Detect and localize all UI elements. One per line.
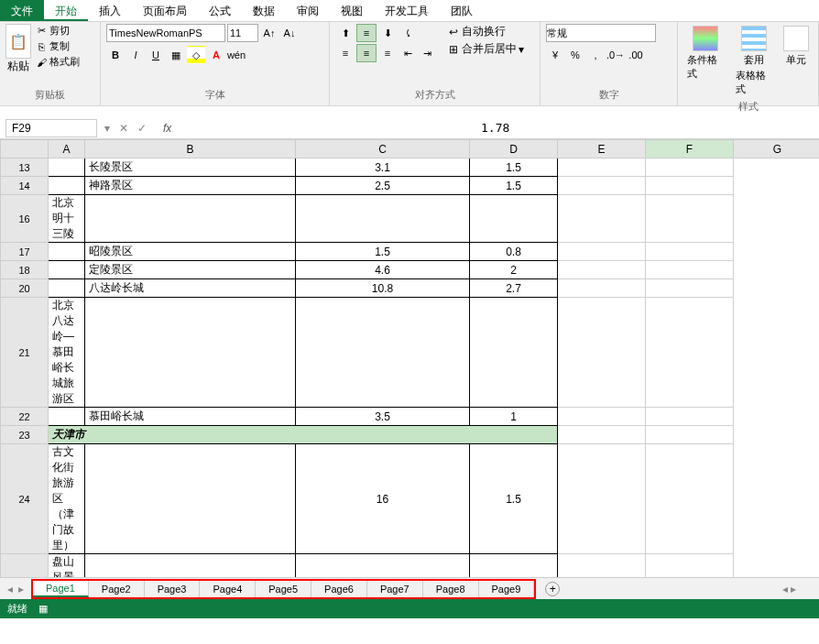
cell-G21[interactable]: [558, 298, 646, 408]
fill-color-button[interactable]: ◇: [187, 46, 205, 64]
cell-H14[interactable]: [646, 177, 734, 195]
cell-D14[interactable]: 神路景区: [85, 177, 296, 195]
row-header[interactable]: 21: [1, 298, 49, 408]
align-right-button[interactable]: ≡: [377, 44, 398, 62]
cell-H20[interactable]: [646, 279, 734, 298]
sheet-tab-Page3[interactable]: Page3: [145, 581, 201, 597]
merge-button[interactable]: ⊞合并后居中 ▾: [447, 41, 524, 57]
cell-E13[interactable]: 3.1: [296, 158, 470, 177]
menu-tab-开始[interactable]: 开始: [44, 0, 88, 21]
bold-button[interactable]: B: [106, 46, 125, 64]
cell-G20[interactable]: [558, 279, 646, 298]
cell-C22[interactable]: [49, 408, 85, 426]
col-header-D[interactable]: D: [470, 140, 558, 158]
sheet-tab-Page8[interactable]: Page8: [423, 581, 479, 597]
cell-G24[interactable]: [558, 444, 646, 554]
increase-font-button[interactable]: A↑: [260, 24, 278, 42]
row-header[interactable]: 23: [1, 426, 49, 444]
cell-C21[interactable]: 北京八达岭—慕田峪长城旅游区: [49, 298, 85, 408]
table-format-button[interactable]: 套用 表格格式: [732, 24, 777, 98]
cell-styles-button[interactable]: 单元: [780, 24, 813, 69]
orientation-button[interactable]: ⤹: [399, 24, 417, 42]
format-painter-button[interactable]: 🖌格式刷: [35, 55, 80, 69]
cell-F18[interactable]: 2: [470, 261, 558, 279]
row-header[interactable]: 13: [1, 158, 49, 177]
cell-F24[interactable]: 1.5: [470, 444, 558, 554]
formula-input[interactable]: [171, 119, 819, 136]
cell-F14[interactable]: 1.5: [470, 177, 558, 195]
cell-F25[interactable]: 3.24: [470, 554, 558, 578]
conditional-format-button[interactable]: 条件格式: [683, 24, 728, 82]
cell-E14[interactable]: 2.5: [296, 177, 470, 195]
cell-E16[interactable]: [296, 195, 470, 243]
menu-file[interactable]: 文件: [0, 0, 44, 21]
cell-H22[interactable]: [646, 408, 734, 426]
cell-G18[interactable]: [558, 261, 646, 279]
cell-F17[interactable]: 0.8: [470, 243, 558, 261]
font-size-select[interactable]: [227, 24, 258, 42]
sheet-tab-Page1[interactable]: Page1: [33, 581, 89, 597]
menu-tab-插入[interactable]: 插入: [88, 0, 132, 21]
cancel-icon[interactable]: ✕: [119, 122, 128, 135]
cell-G16[interactable]: [558, 195, 646, 243]
cell-G13[interactable]: [558, 158, 646, 177]
cell-C18[interactable]: [49, 261, 85, 279]
cell-D17[interactable]: 昭陵景区: [85, 243, 296, 261]
align-bottom-button[interactable]: ⬇: [377, 24, 398, 42]
cell-H17[interactable]: [646, 243, 734, 261]
sheet-tab-Page7[interactable]: Page7: [367, 581, 423, 597]
indent-dec-button[interactable]: ⇤: [399, 44, 417, 62]
row-header[interactable]: 22: [1, 408, 49, 426]
cut-button[interactable]: ✂剪切: [35, 24, 80, 38]
font-color-button[interactable]: A: [207, 46, 225, 64]
cell-F16[interactable]: [470, 195, 558, 243]
cell-G17[interactable]: [558, 243, 646, 261]
cell-E22[interactable]: 3.5: [296, 408, 470, 426]
name-box[interactable]: [5, 119, 97, 137]
number-format-select[interactable]: [546, 24, 656, 42]
cell-E18[interactable]: 4.6: [296, 261, 470, 279]
sheet-tab-Page2[interactable]: Page2: [89, 581, 145, 597]
row-header[interactable]: 24: [1, 444, 49, 554]
cell-C24[interactable]: 古文化街旅游区（津门故里）: [49, 444, 85, 554]
cell-G25[interactable]: [558, 554, 646, 578]
sheet-tab-Page9[interactable]: Page9: [479, 581, 535, 597]
cell-C13[interactable]: [49, 158, 85, 177]
confirm-icon[interactable]: ✓: [137, 122, 147, 135]
row-header[interactable]: 17: [1, 243, 49, 261]
cell-F22[interactable]: 1: [470, 408, 558, 426]
align-top-button[interactable]: ⬆: [335, 24, 355, 42]
row-header[interactable]: 14: [1, 177, 49, 195]
cell-G14[interactable]: [558, 177, 646, 195]
sheet-tab-Page5[interactable]: Page5: [256, 581, 311, 597]
menu-tab-数据[interactable]: 数据: [242, 0, 286, 21]
menu-tab-公式[interactable]: 公式: [198, 0, 242, 21]
cell-H21[interactable]: [646, 298, 734, 408]
cell-F13[interactable]: 1.5: [470, 158, 558, 177]
cell-F20[interactable]: 2.7: [470, 279, 558, 298]
align-center-button[interactable]: ≡: [356, 44, 377, 62]
col-header-A[interactable]: A: [49, 140, 85, 158]
cell-D18[interactable]: 定陵景区: [85, 261, 296, 279]
spreadsheet-grid[interactable]: ABCDEFGH13长陵景区3.11.514神路景区2.51.516北京明十三陵…: [0, 139, 819, 577]
cell-C16[interactable]: 北京明十三陵: [49, 195, 85, 243]
indent-inc-button[interactable]: ⇥: [418, 44, 436, 62]
cell-D21[interactable]: [85, 298, 296, 408]
menu-tab-页面布局[interactable]: 页面布局: [132, 0, 198, 21]
cell-E24[interactable]: 16: [296, 444, 470, 554]
col-header-B[interactable]: B: [85, 140, 296, 158]
phonetic-button[interactable]: wén: [227, 46, 246, 64]
cell-G23[interactable]: [558, 426, 646, 444]
cell-D16[interactable]: [85, 195, 296, 243]
cell-C20[interactable]: [49, 279, 85, 298]
cell-H23[interactable]: [646, 426, 734, 444]
wrap-text-button[interactable]: ↩自动换行: [447, 24, 524, 39]
decrease-font-button[interactable]: A↓: [280, 24, 299, 42]
sheet-tab-Page4[interactable]: Page4: [200, 581, 256, 597]
cell-C23[interactable]: 天津市: [49, 426, 558, 444]
comma-button[interactable]: ,: [586, 46, 605, 64]
currency-button[interactable]: ¥: [546, 46, 564, 64]
cell-H25[interactable]: [646, 554, 734, 578]
fx-icon[interactable]: fx: [163, 122, 171, 135]
copy-button[interactable]: ⎘复制: [35, 39, 80, 53]
